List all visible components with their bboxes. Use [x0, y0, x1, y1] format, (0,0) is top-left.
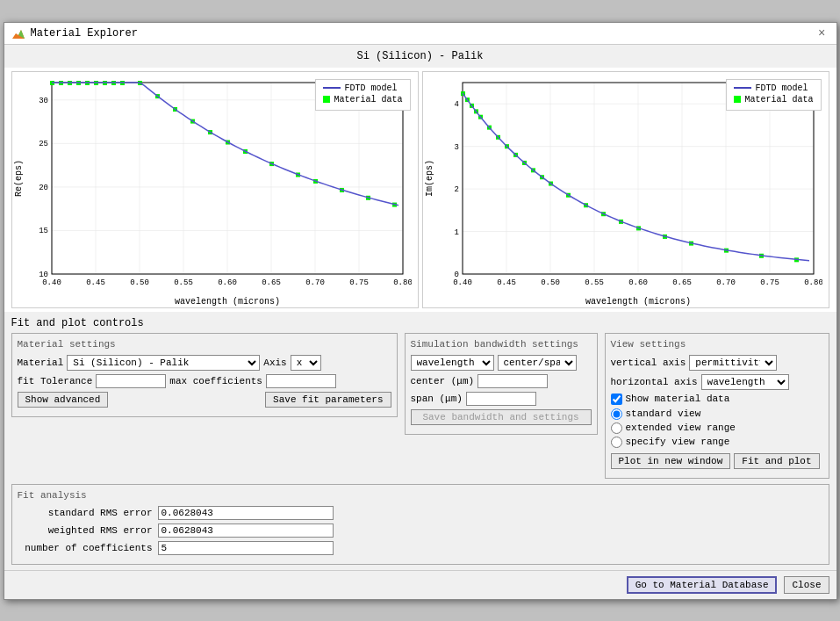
material-square-icon-r [734, 96, 741, 103]
horizontal-axis-select[interactable]: wavelength frequency [701, 374, 789, 390]
controls-area: Fit and plot controls Material settings … [4, 312, 836, 570]
center-row: center (μm) 0.6 [411, 374, 592, 388]
fit-tolerance-label: fit Tolerance [18, 376, 93, 386]
fit-tolerance-input[interactable]: 0.1 [96, 374, 166, 388]
fit-analysis-title: Fit analysis [18, 490, 823, 501]
vertical-axis-select[interactable]: permittivity index [689, 355, 777, 371]
axis-label: Axis [263, 357, 286, 368]
show-material-row: Show material data [611, 394, 823, 405]
plot-in-window-button[interactable]: Plot in new window [611, 453, 731, 469]
show-advanced-button[interactable]: Show advanced [18, 392, 109, 408]
horizontal-axis-label: horizontal axis [611, 377, 698, 387]
material-select[interactable]: Si (Silicon) - Palik [67, 355, 260, 371]
show-material-checkbox[interactable] [611, 394, 622, 405]
charts-row: FDTD model Material data FDTD model Mate… [4, 68, 836, 312]
bandwidth-mode-select[interactable]: center/span min/max [498, 355, 577, 371]
controls-row: Material settings Material Si (Silicon) … [11, 333, 829, 479]
fit-analysis-panel: Fit analysis standard RMS error 0.062804… [11, 484, 829, 565]
material-square-icon [323, 96, 330, 103]
material-settings-panel: Material settings Material Si (Silicon) … [11, 333, 398, 417]
bandwidth-type-row: wavelength frequency center/span min/max [411, 355, 592, 371]
vertical-axis-row: vertical axis permittivity index [611, 355, 823, 371]
right-legend-material: Material data [734, 95, 813, 105]
fdtd-line-icon-r [734, 87, 751, 89]
plot-buttons-row: Plot in new window Fit and plot [611, 453, 823, 469]
main-window: Material Explorer × Si (Silicon) - Palik… [4, 22, 837, 600]
window-close-button[interactable]: × [815, 26, 829, 40]
left-legend-fdtd: FDTD model [323, 83, 402, 93]
bottom-buttons: Go to Material Database Close [4, 570, 836, 599]
window-title-text: Material Explorer [31, 27, 138, 40]
wtd-rms-row: weighted RMS error 0.0628043 [18, 524, 823, 538]
span-label: span (μm) [411, 394, 463, 404]
fdtd-line-icon [323, 87, 341, 89]
span-input[interactable]: 0.4 [466, 392, 536, 406]
center-input[interactable]: 0.6 [477, 374, 548, 388]
save-bandwidth-button[interactable]: Save bandwidth and settings [411, 409, 592, 425]
bandwidth-settings-title: Simulation bandwidth settings [411, 339, 592, 350]
num-coeff-label: number of coefficients [18, 543, 158, 553]
view-settings-title: View settings [611, 339, 823, 350]
extended-view-label: extended view range [626, 422, 736, 433]
material-settings-title: Material settings [18, 339, 391, 350]
std-rms-label: standard RMS error [18, 508, 158, 518]
right-legend-fdtd: FDTD model [734, 83, 813, 93]
main-title: Si (Silicon) - Palik [4, 45, 836, 68]
save-fit-button[interactable]: Save fit parameters [265, 392, 391, 408]
show-material-label: Show material data [626, 394, 730, 404]
matlab-logo-icon [11, 26, 25, 40]
left-chart: FDTD model Material data [11, 71, 419, 308]
right-chart-legend: FDTD model Material data [726, 79, 821, 111]
bandwidth-settings-panel: Simulation bandwidth settings wavelength… [405, 333, 598, 435]
fit-tolerance-row: fit Tolerance 0.1 max coefficients 10 [18, 374, 391, 388]
bandwidth-type-select[interactable]: wavelength frequency [411, 355, 494, 371]
left-chart-legend: FDTD model Material data [315, 79, 410, 111]
left-legend-material-label: Material data [334, 95, 402, 105]
wtd-rms-value: 0.0628043 [158, 524, 334, 538]
vertical-axis-label: vertical axis [611, 357, 686, 368]
left-legend-fdtd-label: FDTD model [344, 83, 397, 93]
left-legend-material: Material data [323, 95, 402, 105]
horizontal-axis-row: horizontal axis wavelength frequency [611, 374, 823, 390]
right-chart: FDTD model Material data [422, 71, 829, 308]
std-rms-value: 0.0628043 [158, 506, 334, 520]
wtd-rms-label: weighted RMS error [18, 525, 158, 536]
extended-view-radio[interactable] [611, 422, 622, 434]
material-row: Material Si (Silicon) - Palik Axis x y z [18, 355, 391, 371]
save-bandwidth-row: Save bandwidth and settings [411, 409, 592, 425]
axis-select[interactable]: x y z [291, 355, 321, 371]
title-bar-left: Material Explorer [11, 26, 138, 40]
num-coeff-row: number of coefficients 5 [18, 541, 823, 555]
right-legend-fdtd-label: FDTD model [755, 83, 808, 93]
max-coeff-input[interactable]: 10 [266, 374, 336, 388]
standard-view-row: standard view [611, 408, 823, 420]
title-bar: Material Explorer × [4, 23, 836, 45]
specify-view-row: specify view range [611, 437, 823, 448]
right-legend-material-label: Material data [744, 95, 813, 105]
num-coeff-value: 5 [158, 541, 334, 555]
std-rms-row: standard RMS error 0.0628043 [18, 506, 823, 520]
close-button[interactable]: Close [784, 576, 829, 594]
material-label: Material [18, 357, 64, 368]
extended-view-row: extended view range [611, 422, 823, 434]
standard-view-radio[interactable] [611, 408, 622, 420]
span-row: span (μm) 0.4 [411, 392, 592, 406]
specify-view-label: specify view range [626, 437, 730, 447]
show-advanced-row: Show advanced Save fit parameters [18, 392, 391, 408]
standard-view-label: standard view [626, 408, 701, 419]
center-label: center (μm) [411, 376, 475, 386]
fit-and-plot-button[interactable]: Fit and plot [734, 453, 819, 469]
controls-title: Fit and plot controls [11, 317, 829, 329]
max-coeff-label: max coefficients [169, 376, 262, 386]
view-settings-panel: View settings vertical axis permittivity… [605, 333, 829, 479]
goto-db-button[interactable]: Go to Material Database [627, 576, 778, 594]
specify-view-radio[interactable] [611, 437, 622, 448]
